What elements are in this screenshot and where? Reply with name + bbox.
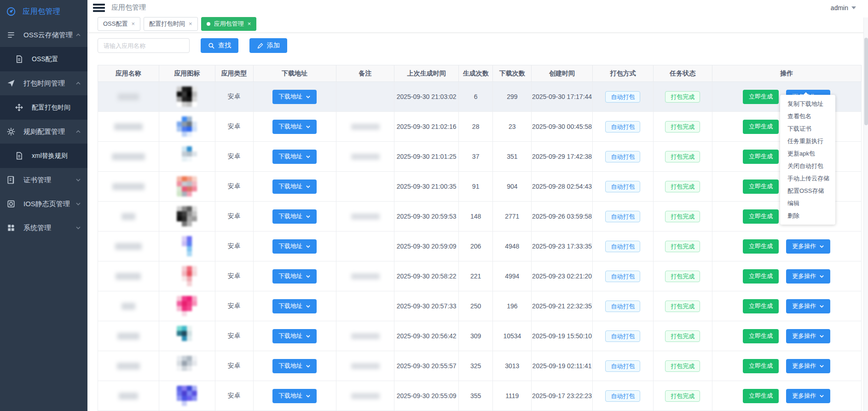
more-actions-button[interactable]: 更多操作 bbox=[786, 239, 830, 254]
download-url-button[interactable]: 下载地址 bbox=[272, 179, 317, 194]
sidebar-item-xml-rule[interactable]: xml替换规则 bbox=[0, 144, 87, 168]
generate-now-button[interactable]: 立即生成 bbox=[743, 150, 779, 164]
pack-mode-badge: 自动打包 bbox=[605, 301, 640, 312]
more-actions-button[interactable]: 更多操作 bbox=[786, 359, 830, 373]
chevron-down-icon bbox=[306, 274, 311, 279]
add-button[interactable]: 添加 bbox=[249, 38, 287, 53]
sidebar-item-config-pack-time[interactable]: 配置打包时间 bbox=[0, 95, 87, 120]
generate-now-button[interactable]: 立即生成 bbox=[743, 389, 779, 403]
download-url-button[interactable]: 下载地址 bbox=[272, 239, 317, 254]
hamburger-menu-icon[interactable] bbox=[93, 3, 105, 12]
generate-now-button[interactable]: 立即生成 bbox=[743, 269, 779, 284]
sidebar-item-ios-static[interactable]: IOS静态页管理 bbox=[0, 192, 87, 216]
create-time: 2025-09-30 00:45:58 bbox=[532, 112, 593, 142]
col-remark: 备注 bbox=[336, 65, 394, 82]
chevron-down-icon bbox=[819, 394, 824, 399]
generate-now-button[interactable]: 立即生成 bbox=[743, 239, 779, 254]
generate-now-button[interactable]: 立即生成 bbox=[743, 299, 779, 313]
app-type: 安卓 bbox=[215, 381, 253, 411]
app-name-redacted bbox=[118, 93, 139, 100]
chevron-up-icon bbox=[75, 81, 81, 86]
more-actions-button[interactable]: 更多操作 bbox=[786, 329, 830, 343]
more-actions-button[interactable]: 更多操作 bbox=[786, 389, 830, 403]
create-time: 2025-09-28 02:54:43 bbox=[532, 172, 593, 202]
more-actions-button[interactable]: 更多操作 bbox=[786, 299, 830, 313]
app-icon bbox=[177, 236, 197, 256]
download-url-button[interactable]: 下载地址 bbox=[272, 90, 317, 104]
search-input[interactable] bbox=[98, 38, 190, 53]
generate-now-button[interactable]: 立即生成 bbox=[743, 120, 779, 134]
close-icon[interactable]: × bbox=[248, 21, 251, 27]
last-gen-time: 2025-09-30 20:55:09 bbox=[394, 381, 458, 411]
chevron-up-icon bbox=[75, 129, 81, 134]
task-status-badge: 打包完成 bbox=[665, 330, 700, 342]
download-count: 3013 bbox=[493, 351, 532, 381]
tab-app-package-active[interactable]: 应用包管理 × bbox=[201, 17, 257, 31]
download-url-button[interactable]: 下载地址 bbox=[272, 269, 317, 284]
app-type: 安卓 bbox=[215, 351, 253, 381]
app-name-redacted bbox=[115, 243, 142, 250]
sidebar-item-pack-time[interactable]: 打包时间管理 bbox=[0, 71, 87, 95]
page-title: 应用包管理 bbox=[111, 3, 146, 12]
download-url-button[interactable]: 下载地址 bbox=[272, 299, 317, 313]
sidebar-item-rule-config[interactable]: 规则配置管理 bbox=[0, 120, 87, 144]
scrollbar[interactable] bbox=[863, 17, 868, 411]
generate-now-button[interactable]: 立即生成 bbox=[743, 359, 779, 373]
sidebar-item-system[interactable]: 系统管理 bbox=[0, 216, 87, 240]
scrollbar-thumb[interactable] bbox=[864, 38, 868, 125]
gen-count: 91 bbox=[458, 172, 493, 202]
dropdown-menu-item[interactable]: 删除 bbox=[780, 209, 835, 222]
generate-now-button[interactable]: 立即生成 bbox=[743, 329, 779, 343]
dashboard-icon bbox=[6, 6, 16, 17]
chevron-down-icon bbox=[306, 154, 311, 159]
chevron-down-icon bbox=[819, 364, 824, 369]
user-menu[interactable]: admin bbox=[831, 4, 856, 12]
dropdown-menu-item[interactable]: 查看包名 bbox=[780, 110, 835, 122]
sidebar-item-certificate[interactable]: 证书管理 bbox=[0, 168, 87, 192]
col-app-icon: 应用图标 bbox=[159, 65, 215, 82]
generate-now-button[interactable]: 立即生成 bbox=[743, 209, 779, 224]
app-name-redacted bbox=[122, 303, 135, 310]
close-icon[interactable]: × bbox=[189, 21, 192, 27]
last-gen-time: 2025-09-30 21:02:16 bbox=[394, 112, 458, 142]
dropdown-menu-item[interactable]: 更新apk包 bbox=[780, 147, 835, 160]
tab-oss-config[interactable]: OSS配置 × bbox=[98, 17, 140, 31]
dropdown-menu-item[interactable]: 任务重新执行 bbox=[780, 135, 835, 147]
dropdown-menu-item[interactable]: 关闭自动打包 bbox=[780, 160, 835, 172]
generate-now-button[interactable]: 立即生成 bbox=[743, 90, 779, 104]
create-time: 2025-09-19 15:50:10 bbox=[532, 321, 593, 351]
topbar: 应用包管理 admin bbox=[87, 0, 868, 16]
download-count: 10534 bbox=[493, 321, 532, 351]
generate-now-button[interactable]: 立即生成 bbox=[743, 179, 779, 194]
download-url-button[interactable]: 下载地址 bbox=[272, 150, 317, 164]
download-url-button[interactable]: 下载地址 bbox=[272, 329, 317, 343]
col-actions: 操作 bbox=[712, 65, 861, 82]
dropdown-menu-item[interactable]: 复制下载地址 bbox=[780, 98, 835, 110]
table-row: 安卓 下载地址 2025-09-30 21:03:02 6 299 2025-0… bbox=[98, 82, 862, 112]
dropdown-menu-item[interactable]: 配置OSS存储 bbox=[780, 185, 835, 197]
task-status-badge: 打包完成 bbox=[665, 360, 700, 372]
more-actions-button[interactable]: 更多操作 bbox=[786, 269, 830, 284]
sidebar-item-oss-cloud[interactable]: OSS云存储管理 bbox=[0, 23, 87, 47]
chevron-down-icon bbox=[75, 201, 81, 207]
app-icon bbox=[177, 326, 197, 346]
app-icon bbox=[177, 206, 197, 226]
download-url-button[interactable]: 下载地址 bbox=[272, 389, 317, 403]
close-icon[interactable]: × bbox=[131, 21, 135, 27]
download-url-button[interactable]: 下载地址 bbox=[272, 120, 317, 134]
dropdown-menu-item[interactable]: 编辑 bbox=[780, 197, 835, 209]
search-button[interactable]: 查找 bbox=[201, 38, 238, 53]
download-url-button[interactable]: 下载地址 bbox=[272, 209, 317, 224]
task-status-badge: 打包完成 bbox=[665, 151, 700, 162]
tab-config-pack-time[interactable]: 配置打包时间 × bbox=[144, 17, 198, 31]
sidebar-item-oss-config[interactable]: OSS配置 bbox=[0, 47, 87, 71]
chevron-down-icon bbox=[306, 334, 311, 339]
last-gen-time: 2025-09-30 20:55:57 bbox=[394, 351, 458, 381]
chevron-up-icon bbox=[75, 32, 81, 38]
active-dot-icon bbox=[207, 22, 210, 26]
app-type: 安卓 bbox=[215, 202, 253, 232]
dropdown-menu-item[interactable]: 手动上传云存储 bbox=[780, 172, 835, 185]
last-gen-time: 2025-09-30 21:03:02 bbox=[394, 82, 458, 112]
download-url-button[interactable]: 下载地址 bbox=[272, 359, 317, 373]
dropdown-menu-item[interactable]: 下载证书 bbox=[780, 122, 835, 135]
